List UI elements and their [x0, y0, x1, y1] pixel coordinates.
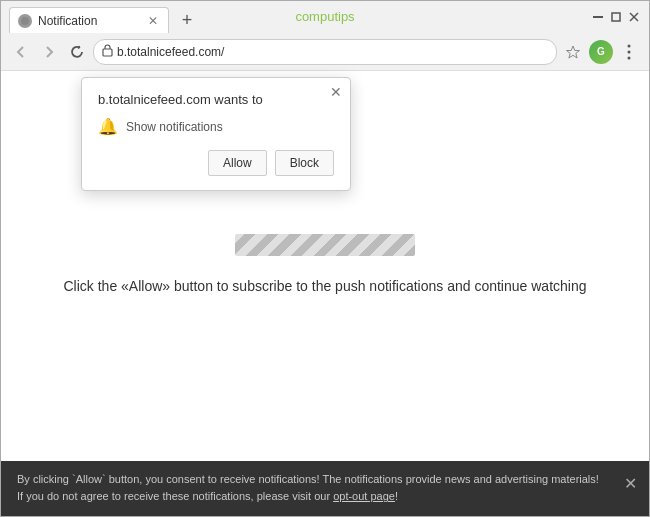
bottom-bar-text2: If you do not agree to receive these not…	[17, 490, 333, 502]
bottom-bar-text1: By clicking `Allow` button, you consent …	[17, 473, 599, 485]
svg-rect-2	[612, 13, 620, 21]
refresh-button[interactable]	[65, 40, 89, 64]
browser-window: computips Notification ✕ +	[0, 0, 650, 517]
minimize-button[interactable]	[591, 10, 605, 24]
block-button[interactable]: Block	[275, 150, 334, 176]
svg-point-9	[628, 56, 631, 59]
popup-actions: Allow Block	[98, 150, 334, 176]
bottom-bar-close-button[interactable]: ✕	[624, 471, 637, 497]
address-input[interactable]: b.totalnicefeed.com/	[93, 39, 557, 65]
svg-marker-6	[567, 46, 580, 58]
popup-close-button[interactable]: ✕	[330, 84, 342, 100]
tab-favicon	[18, 14, 32, 28]
instruction-text-content: Click the «Allow» button to subscribe to…	[64, 278, 587, 294]
instruction-text: Click the «Allow» button to subscribe to…	[24, 276, 627, 297]
popup-notification-label: Show notifications	[126, 120, 223, 134]
forward-button[interactable]	[37, 40, 61, 64]
toolbar-icons: G	[561, 40, 641, 64]
svg-rect-5	[103, 49, 112, 56]
address-text: b.totalnicefeed.com/	[117, 45, 548, 59]
bottom-bar-text3: !	[395, 490, 398, 502]
tab-close-icon[interactable]: ✕	[146, 14, 160, 28]
opt-out-link[interactable]: opt-out page	[333, 490, 395, 502]
new-tab-button[interactable]: +	[173, 10, 201, 31]
svg-rect-1	[593, 16, 603, 18]
bell-icon: 🔔	[98, 117, 118, 136]
svg-point-8	[628, 50, 631, 53]
allow-button[interactable]: Allow	[208, 150, 267, 176]
popup-row: 🔔 Show notifications	[98, 117, 334, 136]
loading-bar	[235, 234, 415, 256]
address-bar: b.totalnicefeed.com/ G	[1, 33, 649, 71]
bottom-bar: By clicking `Allow` button, you consent …	[1, 461, 649, 516]
svg-point-0	[21, 17, 29, 25]
menu-icon[interactable]	[617, 40, 641, 64]
browser-tab[interactable]: Notification ✕	[9, 7, 169, 33]
lock-icon	[102, 44, 113, 59]
tab-title: Notification	[38, 14, 140, 28]
star-icon[interactable]	[561, 40, 585, 64]
main-content: ✕ b.totalnicefeed.com wants to 🔔 Show no…	[1, 71, 649, 461]
back-button[interactable]	[9, 40, 33, 64]
close-button[interactable]	[627, 10, 641, 24]
window-controls	[583, 1, 649, 33]
popup-title: b.totalnicefeed.com wants to	[98, 92, 334, 107]
tab-area: Notification ✕ +	[1, 1, 583, 33]
maximize-button[interactable]	[609, 10, 623, 24]
title-bar: computips Notification ✕ +	[1, 1, 649, 33]
notification-popup: ✕ b.totalnicefeed.com wants to 🔔 Show no…	[81, 77, 351, 191]
profile-icon[interactable]: G	[589, 40, 613, 64]
svg-point-7	[628, 44, 631, 47]
